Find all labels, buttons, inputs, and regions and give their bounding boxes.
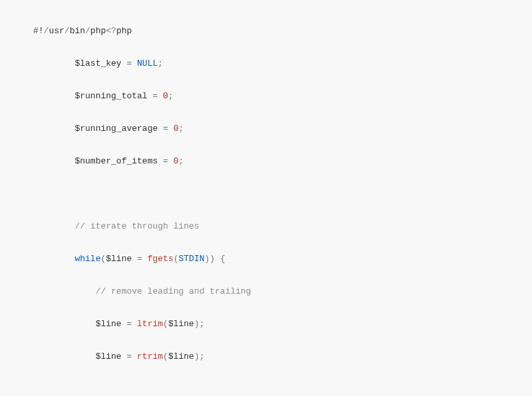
code-line: $number_of_items = 0; bbox=[33, 153, 532, 170]
code-line: // iterate through lines bbox=[33, 219, 532, 235]
semicolon: ; bbox=[200, 351, 205, 361]
indent bbox=[33, 351, 96, 361]
rparen: ) bbox=[209, 254, 215, 264]
comment: // remove leading and trailing bbox=[96, 286, 251, 296]
function-rtrim: rtrim bbox=[137, 351, 163, 361]
semicolon: ; bbox=[158, 58, 163, 68]
indent bbox=[33, 156, 74, 166]
code-line: $last_key = NULL; bbox=[33, 56, 532, 72]
variable: $line bbox=[168, 319, 194, 329]
semicolon: ; bbox=[200, 319, 205, 329]
variable: $last_key bbox=[74, 58, 121, 68]
shebang: #! bbox=[33, 26, 44, 36]
indent bbox=[33, 221, 74, 231]
indent bbox=[33, 124, 74, 134]
operator: = bbox=[122, 58, 137, 68]
operator: = bbox=[122, 351, 137, 361]
code-line: $running_average = 0; bbox=[33, 121, 532, 138]
variable: $line bbox=[96, 351, 122, 361]
rparen: ) bbox=[194, 319, 200, 329]
operator: = bbox=[158, 156, 173, 166]
blank-line bbox=[33, 186, 532, 203]
variable: $running_average bbox=[74, 124, 158, 134]
indent bbox=[33, 319, 96, 329]
variable: $line bbox=[96, 319, 122, 329]
code-line: // remove leading and trailing bbox=[33, 284, 532, 300]
rparen: ) bbox=[194, 351, 200, 361]
blank-line bbox=[33, 381, 532, 397]
lparen: ( bbox=[174, 254, 179, 264]
number: 0 bbox=[163, 91, 168, 101]
indent bbox=[33, 254, 74, 264]
comment: // iterate through lines bbox=[74, 221, 199, 231]
php-open-kw: php bbox=[116, 26, 132, 36]
operator: = bbox=[122, 319, 137, 329]
path-part: usr bbox=[49, 26, 64, 36]
keyword-null: NULL bbox=[137, 58, 158, 68]
function-fgets: fgets bbox=[148, 254, 174, 264]
slash: / bbox=[65, 26, 70, 36]
function-ltrim: ltrim bbox=[137, 319, 163, 329]
code-block: #!/usr/bin/php<?php $last_key = NULL; $r… bbox=[0, 0, 532, 396]
semicolon: ; bbox=[178, 156, 184, 166]
indent bbox=[33, 286, 96, 296]
lparen: ( bbox=[163, 351, 168, 361]
operator: = bbox=[148, 91, 163, 101]
indent bbox=[33, 91, 74, 101]
code-line: $line = rtrim($line); bbox=[33, 349, 532, 365]
keyword-while: while bbox=[74, 254, 100, 264]
path-part: bin bbox=[70, 26, 85, 36]
semicolon: ; bbox=[168, 91, 174, 101]
code-line: #!/usr/bin/php<?php bbox=[33, 23, 532, 40]
php-open: <? bbox=[106, 26, 116, 36]
variable: $number_of_items bbox=[74, 156, 158, 166]
code-line: $line = ltrim($line); bbox=[33, 316, 532, 333]
code-line: while($line = fgets(STDIN)) { bbox=[33, 251, 532, 268]
variable: $line bbox=[168, 351, 194, 361]
operator: = bbox=[132, 254, 147, 264]
semicolon: ; bbox=[178, 124, 184, 134]
indent bbox=[33, 58, 74, 68]
code-line: $running_total = 0; bbox=[33, 88, 532, 105]
operator: = bbox=[158, 124, 173, 134]
path-part: php bbox=[90, 26, 106, 36]
slash: / bbox=[85, 26, 90, 36]
constant-stdin: STDIN bbox=[179, 254, 205, 264]
lbrace: { bbox=[220, 254, 225, 264]
variable: $running_total bbox=[74, 91, 147, 101]
lparen: ( bbox=[163, 319, 168, 329]
variable: $line bbox=[106, 254, 132, 264]
